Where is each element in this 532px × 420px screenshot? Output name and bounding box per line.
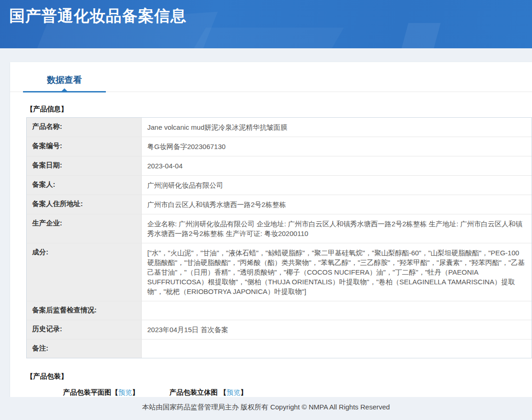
packaging-stereo-label: 产品包装立体图: [169, 388, 218, 396]
packaging-stereo-preview-link[interactable]: 预览: [226, 388, 240, 396]
row-label: 备注:: [27, 339, 142, 358]
page-header: 国产普通化妆品备案信息: [0, 0, 532, 48]
table-row-manufacturer: 生产企业: 企业名称: 广州润研化妆品有限公司 企业地址: 广州市白云区人和镇秀…: [27, 214, 532, 243]
packaging-preview-line: 产品包装平面图【预览】 产品包装立体图 【预览】: [63, 388, 532, 397]
row-value: 企业名称: 广州润研化妆品有限公司 企业地址: 广州市白云区人和镇秀水塘西一路2…: [142, 214, 532, 243]
bracket-open: 【: [111, 388, 118, 396]
row-value: ["水"，"火山泥"，"甘油"，"液体石蜡"，"鲸蜡硬脂醇"，"聚二甲基硅氧烷"…: [142, 243, 532, 301]
row-label: 备案后监督检查情况:: [27, 301, 142, 320]
row-value: 广州润研化妆品有限公司: [142, 176, 532, 195]
packaging-stereo-item: 产品包装立体图 【预览】: [169, 388, 247, 397]
table-row-registrant-address: 备案人住所地址: 广州市白云区人和镇秀水塘西一路2号2栋整栋: [27, 195, 532, 214]
copyright-text: 本站由国家药品监督管理局主办 版权所有 Copyright © NMPA All…: [142, 403, 390, 411]
bracket-open: 【: [220, 388, 226, 396]
product-info-table: 产品名称: Jane volcanic mud妍泥冷泉冰泥精华抗皱面膜 备案编号…: [26, 117, 532, 358]
content-card: 数据查看 【产品信息】 产品名称: Jane volcanic mud妍泥冷泉冰…: [10, 62, 532, 397]
row-label: 历史记录:: [27, 320, 142, 339]
tab-data-view[interactable]: 数据查看: [23, 74, 106, 92]
page-footer: 本站由国家药品监督管理局主办 版权所有 Copyright © NMPA All…: [0, 397, 532, 420]
table-row-supervision: 备案后监督检查情况:: [27, 301, 532, 320]
table-row-product-name: 产品名称: Jane volcanic mud妍泥冷泉冰泥精华抗皱面膜: [27, 118, 532, 137]
row-label: 备案编号:: [27, 137, 142, 156]
row-value: 2023年04月15日 首次备案: [142, 320, 532, 339]
row-label: 备案人住所地址:: [27, 195, 142, 214]
table-row-ingredients: 成分: ["水"，"火山泥"，"甘油"，"液体石蜡"，"鲸蜡硬脂醇"，"聚二甲基…: [27, 243, 532, 301]
packaging-flat-label: 产品包装平面图: [63, 388, 111, 396]
tab-active-triangle: [61, 88, 68, 92]
bracket-close: 】: [132, 388, 139, 396]
table-row-registration-number: 备案编号: 粤G妆网备字2023067130: [27, 137, 532, 156]
row-label: 产品名称:: [27, 118, 142, 137]
packaging-flat-item: 产品包装平面图【预览】: [63, 388, 139, 397]
row-value: 2023-04-04: [142, 156, 532, 175]
tab-active-underline: [23, 91, 106, 92]
row-label: 备案日期:: [27, 156, 142, 175]
packaging-flat-preview-link[interactable]: 预览: [118, 388, 132, 396]
row-value: 粤G妆网备字2023067130: [142, 137, 532, 156]
page-title: 国产普通化妆品备案信息: [0, 0, 532, 27]
row-value: 广州市白云区人和镇秀水塘西一路2号2栋整栋: [142, 195, 532, 214]
row-value: [142, 339, 532, 358]
row-label: 生产企业:: [27, 214, 142, 243]
product-info-heading: 【产品信息】: [26, 105, 532, 114]
row-value: Jane volcanic mud妍泥冷泉冰泥精华抗皱面膜: [142, 118, 532, 137]
row-label: 成分:: [27, 243, 142, 301]
table-row-registration-date: 备案日期: 2023-04-04: [27, 156, 532, 176]
packaging-heading: 【产品包装】: [26, 372, 532, 381]
header-decoration: [402, 23, 441, 48]
table-row-remarks: 备注:: [27, 339, 532, 358]
bracket-close: 】: [240, 388, 247, 396]
table-row-registrant: 备案人: 广州润研化妆品有限公司: [27, 176, 532, 195]
row-label: 备案人:: [27, 176, 142, 195]
table-row-history: 历史记录: 2023年04月15日 首次备案: [27, 320, 532, 339]
header-decoration: [190, 28, 344, 48]
tab-bar: 数据查看: [10, 62, 532, 92]
row-value: [142, 301, 532, 320]
